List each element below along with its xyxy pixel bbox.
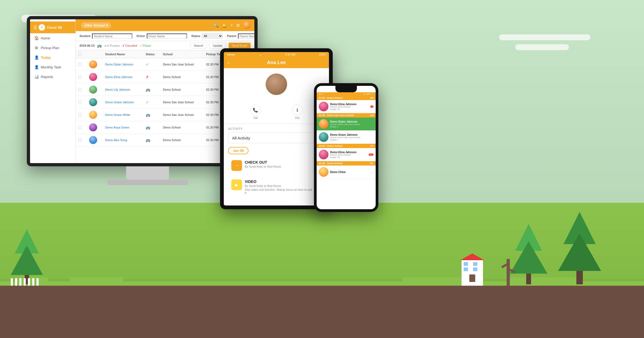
phone-list-item-0[interactable]: Demo Elma Jahnson School: Demo School Gr…: [317, 100, 376, 113]
phone-avatar-3: [319, 150, 328, 159]
phone-list-item-2[interactable]: Demo Grace Jahnson School: Demo San Jose…: [317, 131, 376, 144]
date-chip: Jan 09: [228, 147, 248, 154]
row-avatar-5: [86, 121, 103, 134]
activity-select[interactable]: All Activity ▾: [228, 133, 325, 143]
sidebar-label-home: Home: [41, 36, 50, 40]
topbar-icons: 🔍 🔔 + ⚙: [213, 21, 251, 29]
tablet-actions: 📞 Call ℹ Info: [224, 100, 329, 124]
student-name-link-2[interactable]: Demo Lily Jahnson: [105, 88, 130, 91]
tablet-activity-section: ACTIVITY All Activity ▾: [224, 124, 329, 144]
student-input[interactable]: [92, 34, 132, 39]
status-label: Status: [191, 34, 200, 38]
sidebar-item-home[interactable]: 🏠 Home: [30, 33, 75, 43]
avatar-2: [89, 86, 97, 94]
row-name-5: Demo Anya Green: [103, 121, 143, 134]
sidebar-label-reports: Reports: [41, 75, 53, 79]
update-button[interactable]: Update: [209, 43, 226, 49]
sidebar-item-reports[interactable]: 📊 Reports: [30, 72, 75, 82]
search-icon[interactable]: 🔍: [213, 23, 219, 28]
phone-avatar-2: [319, 132, 328, 142]
row-checkbox-0: [76, 58, 86, 71]
status-icon-check: ✓: [146, 62, 149, 67]
phone-list-item-4[interactable]: Demo Chloe: [317, 166, 376, 179]
driver-filter: Driver: [137, 34, 187, 39]
phone-item-text-4: Demo Chloe: [330, 171, 374, 174]
call-button[interactable]: 📞 Call: [250, 105, 261, 119]
sidebar-item-pickup[interactable]: ⊞ Pickup Plan: [30, 43, 75, 53]
gear-icon[interactable]: ⚙: [236, 23, 240, 28]
logo-text: Cloud 3B: [47, 25, 62, 30]
send-email-button[interactable]: Send Email: [229, 43, 251, 49]
row-checkbox-3: [76, 96, 86, 109]
avatar-5: [89, 123, 97, 131]
menu-icon[interactable]: ☰: [33, 25, 37, 30]
phone-avatar-1: [319, 119, 328, 129]
phone-group-3-header: 02:30 - Demo School 0/1: [317, 144, 376, 148]
filter-bar: Student Driver Status All In Process Can…: [76, 31, 254, 41]
sidebar-item-today[interactable]: 👤 Today: [30, 53, 75, 62]
student-name-link-5[interactable]: Demo Anya Green: [105, 126, 130, 129]
back-button[interactable]: ‹: [228, 60, 229, 65]
phone-group-2-time: 02:30 - Demo San Jose School: [319, 114, 354, 117]
student-name-link-1[interactable]: Demo Elma Jahnson: [105, 75, 133, 79]
row-name-6: Demo Alex Song: [103, 134, 143, 146]
plus-icon[interactable]: +: [230, 23, 233, 28]
status-icon-bus: 🚌: [146, 113, 150, 117]
avatar-4: [89, 111, 97, 119]
tablet-status-bar: ●●●●● 📶 9:41 AM 100%: [224, 52, 329, 57]
tablet-title: Ana Lee: [267, 60, 286, 65]
reports-icon: 📊: [34, 75, 39, 79]
phone-item-name-1: Demo Dylan Jahnson: [330, 120, 374, 123]
driver-input[interactable]: [147, 34, 187, 39]
student-name-link-3[interactable]: Demo Grace Jahnson: [105, 101, 134, 104]
phone-item-name-2: Demo Grace Jahnson: [330, 133, 374, 136]
avatar-6: [89, 136, 97, 144]
topbar: After School ▾ 🔍 🔔 + ⚙: [76, 19, 254, 31]
activity-section-title: ACTIVITY: [228, 127, 325, 130]
info-button[interactable]: ℹ Info: [292, 105, 303, 119]
phone-avatar-0: [319, 102, 328, 111]
bell-icon[interactable]: 🔔: [222, 23, 227, 28]
student-name-link-4[interactable]: Demo Grace White: [105, 113, 130, 116]
avatar-3: [89, 98, 97, 106]
row-status-0: ✓: [143, 58, 160, 71]
phone-avatar-4: [319, 167, 328, 177]
logo-icon: C: [39, 24, 45, 31]
parent-input[interactable]: [238, 34, 254, 39]
deco-bar-1: [499, 34, 590, 40]
home-icon: 🏠: [34, 36, 39, 40]
video-text: VIDEO By Scott Kelly to Red Room One vid…: [245, 179, 313, 194]
phone-group-3-count: 0/1: [370, 145, 374, 147]
phone-list: 01:20 - Demo School 0/0 Demo Elma Jahnso…: [317, 96, 376, 179]
phone-list-item-3[interactable]: Demo Elma Jahnson School: Demo School Gr…: [317, 148, 376, 161]
phone-group-1-header: 01:20 - Demo School 0/0: [317, 96, 376, 100]
row-avatar-1: [86, 71, 103, 83]
row-checkbox-6: [76, 134, 86, 146]
sidebar-label-monthly: Monthly Task: [41, 65, 61, 69]
sidebar-item-monthly[interactable]: 👤 Monthly Task: [30, 62, 75, 72]
status-cancelled: ✗ Cancelled: [122, 44, 137, 47]
phone-notch: [335, 86, 357, 92]
user-avatar[interactable]: [243, 21, 251, 29]
student-name-link-0[interactable]: Demo Dylan Jahnson: [105, 63, 133, 66]
phone-group-4-time: 02:30 - Demo School: [319, 162, 343, 165]
status-filter: Status All In Process Cancelled Picked: [191, 33, 223, 39]
sidebar: ☰ C Cloud 3B 🏠 Home ⊞ Pickup Plan 👤 Toda…: [30, 19, 76, 163]
search-button[interactable]: Search: [190, 43, 207, 49]
avatar-0: [89, 60, 97, 68]
status-picked: ✓ Picked: [140, 44, 151, 47]
check-picked: ✓: [140, 44, 142, 47]
row-name-2: Demo Lily Jahnson: [103, 83, 143, 96]
info-label: Info: [295, 116, 300, 119]
row-status-3: ✓: [143, 96, 160, 109]
monitor-stand: [126, 166, 169, 180]
sidebar-label-pickup: Pickup Plan: [41, 46, 59, 50]
student-name-link-6[interactable]: Demo Alex Song: [105, 138, 127, 142]
row-avatar-0: [86, 58, 103, 71]
phone-screen: 9:41 ▲ WiFi 🔋 01:20 - Demo School 0/0 De…: [314, 83, 378, 212]
tablet-battery: 100%: [319, 53, 326, 56]
status-icon-x: ✗: [146, 75, 149, 79]
status-select[interactable]: All In Process Cancelled Picked: [202, 33, 223, 39]
module-title[interactable]: After School ▾: [81, 22, 111, 28]
phone-list-item-1[interactable]: Demo Dylan Jahnson School: Demo San Jose…: [317, 117, 376, 131]
